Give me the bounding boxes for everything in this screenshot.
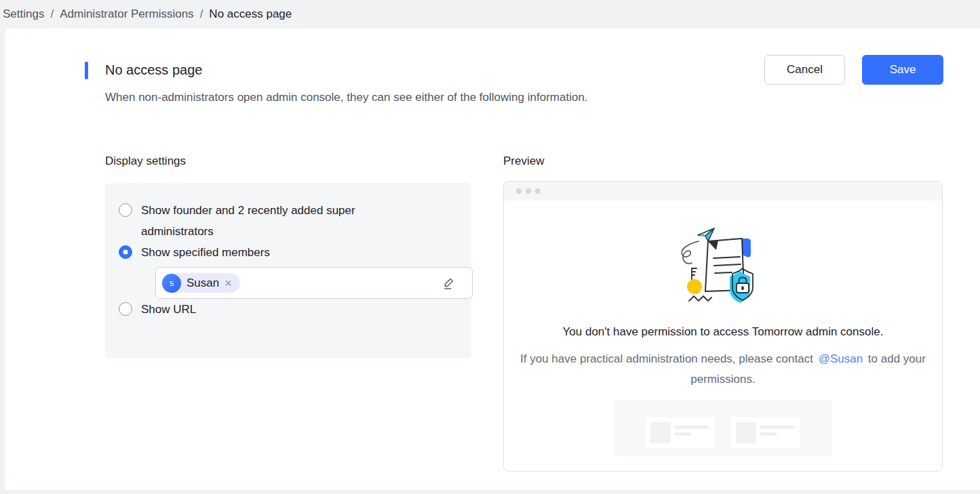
page-title: No access page	[105, 60, 202, 79]
edit-members-button[interactable]	[442, 276, 456, 290]
option-show-url-label: Show URL	[141, 299, 196, 320]
option-show-founder[interactable]: Show founder and 2 recently added super …	[119, 200, 458, 242]
contact-admin-message: If you have practical administration nee…	[506, 349, 940, 390]
option-show-url[interactable]: Show URL	[119, 299, 458, 320]
window-control-dot	[516, 188, 522, 194]
specified-members-input[interactable]: s Susan ×	[155, 267, 473, 299]
preview-label: Preview	[503, 154, 544, 169]
breadcrumb-separator: /	[50, 7, 54, 21]
option-show-founder-label: Show founder and 2 recently added super …	[141, 200, 426, 242]
preview-browser-window: You don't have permission to access Tomo…	[503, 181, 943, 472]
preview-window-titlebar	[504, 182, 942, 201]
skeleton-avatar-block	[736, 422, 756, 443]
window-control-dot	[535, 188, 541, 194]
window-control-dot	[526, 188, 531, 194]
skeleton-card	[731, 417, 800, 448]
member-chip-susan: s Susan ×	[162, 273, 240, 293]
skeleton-text-bar	[760, 426, 794, 429]
radio-show-specified-members[interactable]	[119, 245, 132, 259]
breadcrumb-administrator-permissions[interactable]: Administrator Permissions	[60, 7, 193, 21]
page-description: When non-administrators open admin conso…	[105, 90, 588, 105]
radio-show-founder[interactable]	[119, 203, 132, 217]
breadcrumb-separator: /	[200, 7, 203, 21]
breadcrumb-settings[interactable]: Settings	[3, 7, 44, 21]
no-access-illustration	[675, 226, 770, 311]
option-show-specified-members-label: Show specified members	[141, 242, 270, 263]
skeleton-avatar-block	[650, 422, 671, 443]
no-permission-message: You don't have permission to access Tomo…	[504, 325, 942, 339]
title-accent-bar	[85, 62, 88, 79]
edit-icon	[442, 276, 456, 290]
remove-member-icon[interactable]: ×	[224, 277, 232, 289]
breadcrumb: Settings / Administrator Permissions / N…	[0, 0, 980, 28]
skeleton-text-bar	[760, 432, 777, 436]
save-button[interactable]: Save	[862, 55, 943, 85]
display-settings-panel: Show founder and 2 recently added super …	[105, 183, 471, 358]
member-avatar: s	[162, 274, 181, 293]
mention-susan-link[interactable]: @Susan	[819, 352, 863, 365]
skeleton-placeholder-panel	[614, 400, 832, 456]
skeleton-card	[646, 417, 715, 448]
contact-message-before: If you have practical administration nee…	[520, 352, 813, 365]
cancel-button[interactable]: Cancel	[764, 55, 845, 85]
display-settings-label: Display settings	[105, 154, 186, 169]
radio-show-url[interactable]	[119, 302, 132, 316]
main-content-card: No access page When non-administrators o…	[5, 28, 980, 490]
option-show-specified-members[interactable]: Show specified members	[119, 242, 458, 263]
breadcrumb-current-page: No access page	[209, 7, 292, 21]
skeleton-text-bar	[675, 432, 691, 436]
skeleton-text-bar	[675, 426, 709, 429]
member-name: Susan	[187, 276, 219, 290]
